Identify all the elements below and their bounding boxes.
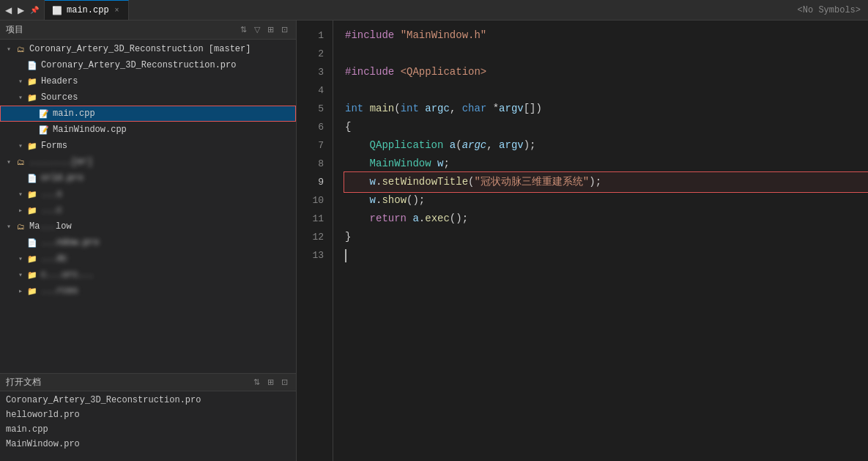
line-num-13: 13 [297,246,333,265]
blurred1-arrow [3,158,15,166]
token-argv-7: argv [499,136,524,155]
bottom-list-item-2[interactable]: main.cpp [0,422,296,437]
tree-label-blurred-sources2: ...rces [41,286,78,296]
sidebar-expand-button[interactable]: ⊞ [265,24,276,35]
token-int2-5: int [401,100,419,118]
mw-src-arrow [15,270,26,279]
line-num-12: 12 [297,228,333,246]
tree-item-mw-pro[interactable]: 📄 ...ndow.pro [0,235,296,251]
code-line-4 [345,81,868,100]
active-tab[interactable]: ⬜ main.cpp × [45,0,129,20]
mw-h-icon: 📁 [26,253,38,265]
token-space-11 [407,210,412,228]
token-space-7 [443,136,449,155]
token-star-5: * [486,100,499,118]
bottom-list-item-1[interactable]: helloworld.pro [0,407,296,422]
tree-label-blurred1: ........[er] [29,157,92,167]
token-setwindowtitle-9: setWindowTitle [382,173,468,191]
token-argc-7: argc [462,136,487,155]
bottom-list-item-0[interactable]: Coronary_Artery_3D_Reconstruction.pro [0,393,296,407]
bottom-expand-button[interactable]: ⊞ [265,377,276,388]
bottom-collapse-button[interactable]: ⊡ [279,377,290,388]
tree-label-blurred2: orld.pro [41,173,84,183]
tree-item-mw-h[interactable]: 📁 ...dc [0,251,296,267]
bottom-sort-button[interactable]: ⇅ [251,377,262,388]
headers-arrow [15,77,26,86]
tree-item-blurred4[interactable]: 📁 ...c [0,202,296,218]
token-mw-8: MainWindow [370,155,431,173]
nav-forward-button[interactable]: ▶ [15,6,26,15]
sidebar-header-icons: ⇅ ▽ ⊞ ⊡ [238,24,290,35]
tab-close-button[interactable]: × [114,5,121,16]
code-line-9: w . setWindowTitle ( "冠状动脉三维重建系统" ); [345,173,868,191]
bottom-panel-header: 打开文档 ⇅ ⊞ ⊡ [0,374,296,391]
tree-item-sources[interactable]: 📁 Sources [0,89,296,106]
tree-label-headers: Headers [41,76,78,86]
headers-folder-icon: 📁 [26,75,38,87]
code-line-6: { [345,118,868,136]
bottom-panel-icons: ⇅ ⊞ ⊡ [251,377,290,388]
tree-item-headers[interactable]: 📁 Headers [0,73,296,89]
sidebar-filter-button[interactable]: ▽ [252,24,262,35]
main-content: 项目 ⇅ ▽ ⊞ ⊡ 🗂 Coronary_Artery_3D_Reconstr… [0,21,868,461]
line-num-3: 3 [297,63,333,81]
tree-item-pro[interactable]: 📄 Coronary_Artery_3D_Reconstruction.pro [0,57,296,73]
line-num-7: 7 [297,136,333,155]
tree-label-blurred4: ...c [41,205,62,215]
token-w-8: w [437,155,443,173]
tree-item-blurred-sources2[interactable]: 📁 ...rces [0,283,296,299]
code-area: 1 2 3 4 5 6 7 8 9 10 11 12 13 #include [297,21,868,461]
code-line-8: MainWindow w ; [345,155,868,173]
tree-label-mw-src: c...urc... [41,270,94,280]
code-line-7: QApplication a ( argc , argv ); [345,136,868,155]
tree-item-mainwindow-cpp[interactable]: 📝 MainWindow.cpp [0,122,296,138]
tree-item-mw-src[interactable]: 📁 c...urc... [0,267,296,283]
token-file-1: "MainWindow.h" [401,26,487,45]
tree-item-blurred2[interactable]: 📄 orld.pro [0,170,296,186]
tab-label: main.cpp [67,5,109,15]
tree-label-mainwindow-cpp: MainWindow.cpp [53,125,127,135]
token-w-10: w [370,191,376,210]
tree-item-main-cpp[interactable]: 📝 main.cpp [0,106,296,122]
tab-bar: ◀ ▶ 📌 ⬜ main.cpp × <No Symbols> [0,0,868,21]
nav-back-button[interactable]: ◀ [3,6,14,15]
bottom-list-item-3[interactable]: MainWindow.pro [0,437,296,451]
editor-panel: 1 2 3 4 5 6 7 8 9 10 11 12 13 #include [297,21,868,461]
token-argv-5: argv [499,100,524,118]
tab-right-info: <No Symbols> [790,0,868,20]
token-brace-12: } [345,228,351,246]
tree-item-root[interactable]: 🗂 Coronary_Artery_3D_Reconstruction [mas… [0,41,296,57]
nav-arrows: ◀ ▶ 📌 [0,0,45,20]
tree-label-main-cpp: main.cpp [53,108,95,119]
bottom-panel-title: 打开文档 [6,376,41,388]
mainwindow-cpp-icon: 📝 [38,124,50,136]
line-numbers: 1 2 3 4 5 6 7 8 9 10 11 12 13 [297,21,333,461]
tree-item-forms[interactable]: 📁 Forms [0,138,296,154]
line-num-1: 1 [297,26,333,45]
nav-pin-button[interactable]: 📌 [28,7,41,14]
pro-file-icon: 📄 [26,59,38,71]
line-num-2: 2 [297,45,333,63]
line-num-8: 8 [297,155,333,173]
token-dot-10: . [376,191,382,210]
open-docs-list: Coronary_Artery_3D_Reconstruction.pro he… [0,391,296,461]
sidebar-sort-button[interactable]: ⇅ [238,24,249,35]
blurred-sources2-arrow [15,287,26,295]
code-line-1: #include "MainWindow.h" [345,26,868,45]
token-indent-10 [345,191,370,210]
main-cpp-file-icon: 📝 [38,108,50,119]
token-close-7: ); [524,136,536,155]
token-close-10: (); [407,191,425,210]
tree-label-sources: Sources [41,92,78,103]
blurred4-arrow [15,206,26,215]
tree-label-blurred3: ...s [41,189,62,199]
tree-item-blurred3[interactable]: 📁 ...s [0,186,296,202]
blurred-sources2-icon: 📁 [26,285,38,297]
cursor-13 [345,249,346,262]
code-content[interactable]: #include "MainWindow.h" #include <QAppli… [333,21,868,461]
tree-item-blurred1[interactable]: 🗂 ........[er] [0,154,296,170]
tree-item-mw-group[interactable]: 🗂 Ma...low [0,218,296,235]
mw-src-icon: 📁 [26,269,38,281]
blurred3-icon: 📁 [26,188,38,200]
sidebar-collapse-button[interactable]: ⊡ [279,24,290,35]
